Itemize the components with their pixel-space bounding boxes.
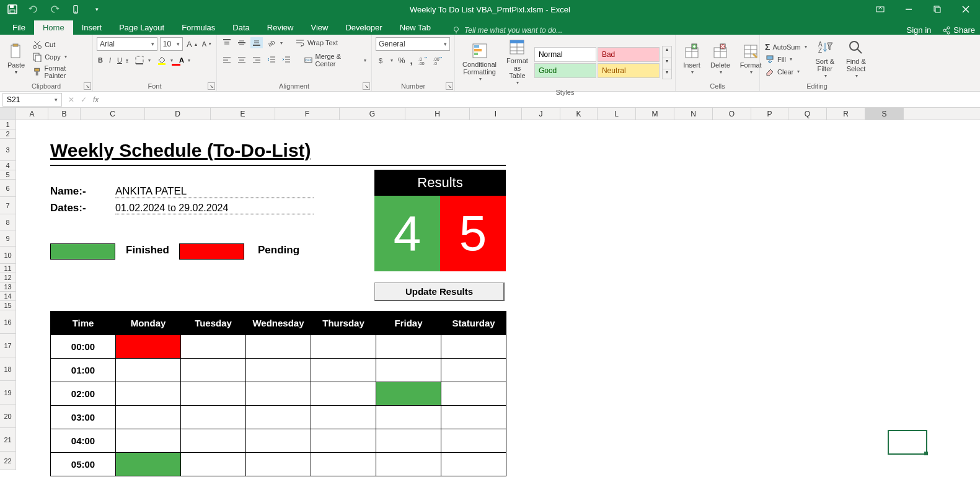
row-header-1[interactable]: 1 [0,120,15,129]
column-header-B[interactable]: B [48,108,81,120]
row-header-10[interactable]: 10 [0,247,15,264]
select-all-button[interactable] [0,108,16,120]
column-header-N[interactable]: N [674,108,713,120]
align-center-button[interactable] [236,55,248,66]
tab-data[interactable]: Data [224,20,258,35]
customize-qat-icon[interactable]: ▾ [90,3,103,15]
align-middle-button[interactable] [236,37,248,48]
schedule-cell[interactable] [441,453,506,476]
tab-insert[interactable]: Insert [73,20,111,35]
format-as-table-button[interactable]: Format as Table [503,37,532,87]
font-size-combo[interactable]: 10▾ [160,37,183,51]
schedule-cell[interactable] [181,335,246,359]
column-header-M[interactable]: M [636,108,674,120]
tab-view[interactable]: View [302,20,337,35]
decrease-decimal-button[interactable]: .00.0 [431,55,444,66]
schedule-cell[interactable] [181,406,246,429]
schedule-time-cell[interactable]: 04:00 [51,429,116,453]
column-header-A[interactable]: A [16,108,48,120]
schedule-cell[interactable] [116,359,181,382]
schedule-cell[interactable] [311,335,376,359]
row-header-22[interactable]: 22 [0,452,15,470]
row-header-8[interactable]: 8 [0,214,15,230]
align-left-button[interactable] [221,55,233,66]
tell-me-search[interactable]: Tell me what you want to do... [452,26,562,35]
row-header-15[interactable]: 15 [0,301,15,310]
maximize-icon[interactable] [923,0,951,19]
paste-button[interactable]: Paste ▾ [4,42,29,77]
font-color-button[interactable]: A [178,56,192,64]
styles-more[interactable]: ▾ [663,69,671,79]
column-header-J[interactable]: J [522,108,560,120]
schedule-cell[interactable] [376,453,441,476]
row-header-3[interactable]: 3 [0,139,15,161]
fill-button[interactable]: Fill [764,54,808,65]
schedule-cell[interactable] [181,359,246,382]
column-header-D[interactable]: D [145,108,211,120]
row-header-18[interactable]: 18 [0,357,15,381]
minimize-icon[interactable] [894,0,923,19]
update-results-button[interactable]: Update Results [374,282,505,301]
decrease-font-button[interactable]: A▾ [201,37,213,51]
schedule-cell[interactable] [246,406,311,429]
row-header-16[interactable]: 16 [0,310,15,334]
column-header-G[interactable]: G [340,108,405,120]
schedule-cell[interactable] [246,429,311,453]
increase-indent-button[interactable] [280,55,293,66]
cell-style-bad[interactable]: Bad [598,47,660,62]
ribbon-display-icon[interactable] [866,0,894,19]
column-header-I[interactable]: I [470,108,522,120]
increase-decimal-button[interactable]: .0.00 [417,55,429,66]
worksheet[interactable]: Weekly Schedule (To-Do-List) Name:- ANKI… [16,120,980,498]
row-header-11[interactable]: 11 [0,264,15,273]
decrease-indent-button[interactable] [265,55,278,66]
name-value-cell[interactable]: ANKITA PATEL [115,185,314,198]
row-header-2[interactable]: 2 [0,129,15,139]
enter-formula-icon[interactable]: ✓ [81,95,87,104]
row-header-17[interactable]: 17 [0,334,15,357]
copy-button[interactable]: Copy [31,51,89,63]
schedule-cell[interactable] [116,406,181,429]
row-header-21[interactable]: 21 [0,428,15,452]
comma-button[interactable]: , [409,55,414,66]
column-header-Q[interactable]: Q [788,108,827,120]
schedule-cell[interactable] [311,453,376,476]
row-header-5[interactable]: 5 [0,170,15,180]
schedule-cell[interactable] [246,382,311,406]
tab-home[interactable]: Home [34,20,73,35]
column-header-S[interactable]: S [865,108,904,120]
clear-button[interactable]: Clear [764,66,808,77]
row-header-6[interactable]: 6 [0,180,15,197]
column-header-C[interactable]: C [81,108,145,120]
schedule-cell[interactable] [181,429,246,453]
conditional-formatting-button[interactable]: Conditional Formatting [459,41,500,84]
schedule-time-cell[interactable]: 03:00 [51,406,116,429]
merge-center-button[interactable]: Merge & Center [302,52,368,68]
column-header-R[interactable]: R [827,108,865,120]
row-header-14[interactable]: 14 [0,292,15,301]
schedule-time-cell[interactable]: 05:00 [51,453,116,476]
column-header-P[interactable]: P [751,108,788,120]
active-cell-indicator[interactable] [888,430,927,455]
schedule-cell[interactable] [116,335,181,359]
save-icon[interactable] [6,3,19,15]
schedule-cell[interactable] [311,429,376,453]
clipboard-dialog-launcher[interactable]: ↘ [84,82,91,90]
schedule-cell[interactable] [246,359,311,382]
tab-page-layout[interactable]: Page Layout [110,20,173,35]
tab-file[interactable]: File [4,20,34,35]
tab-review[interactable]: Review [258,20,302,35]
row-header-12[interactable]: 12 [0,273,15,282]
row-header-19[interactable]: 19 [0,381,15,405]
orientation-button[interactable]: ab [265,37,284,48]
schedule-cell[interactable] [376,382,441,406]
redo-icon[interactable] [48,3,61,15]
schedule-cell[interactable] [246,453,311,476]
underline-button[interactable]: U [116,56,130,64]
delete-cells-button[interactable]: Delete [707,42,734,77]
align-bottom-button[interactable] [250,37,263,48]
schedule-cell[interactable] [376,429,441,453]
schedule-cell[interactable] [311,359,376,382]
wrap-text-button[interactable]: Wrap Text [294,37,339,48]
tab-new-tab[interactable]: New Tab [391,20,439,35]
